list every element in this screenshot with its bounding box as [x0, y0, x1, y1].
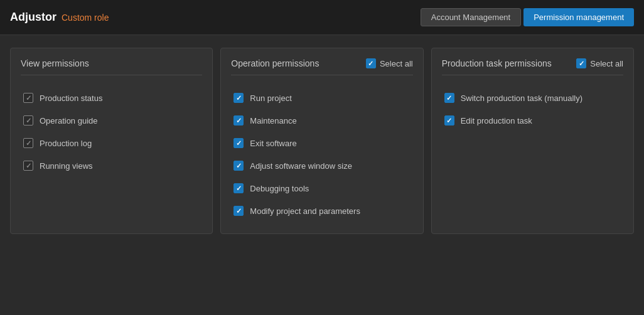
checkbox-debugging-tools[interactable]: [233, 183, 244, 193]
checkbox-item-edit-production-task[interactable]: Edit production task: [442, 110, 623, 131]
panel-operation-permissions: Operation permissionsSelect allRun proje…: [220, 48, 423, 234]
panel-header-view-permissions: View permissions: [21, 58, 202, 75]
account-management-button[interactable]: Account Management: [421, 8, 521, 26]
select-all-checkbox-production-task-permissions[interactable]: [576, 58, 586, 68]
checkbox-switch-production-task[interactable]: [444, 93, 454, 103]
checkbox-item-switch-production-task[interactable]: Switch production task (manually): [442, 88, 623, 108]
checkbox-exit-software[interactable]: [233, 138, 244, 148]
main-content: View permissionsProduction statusOperati…: [0, 35, 644, 247]
panel-production-task-permissions: Production task permissionsSelect allSwi…: [431, 48, 634, 234]
checkbox-item-maintenance[interactable]: Maintenance: [231, 110, 412, 131]
checkbox-label-production-status: Production status: [40, 93, 102, 103]
panel-view-permissions: View permissionsProduction statusOperati…: [10, 48, 213, 234]
header-left: Adjustor Custom role: [10, 11, 109, 24]
app-title: Adjustor: [10, 11, 56, 24]
checkbox-production-status[interactable]: [23, 93, 33, 103]
select-all-label-production-task-permissions: Select all: [590, 59, 623, 68]
checkbox-run-project[interactable]: [233, 93, 244, 103]
checkbox-label-maintenance: Maintenance: [250, 116, 296, 125]
panel-header-production-task-permissions: Production task permissionsSelect all: [442, 58, 623, 75]
checkbox-operation-guide[interactable]: [23, 115, 33, 125]
checkbox-item-modify-project-and-parameters[interactable]: Modify project and parameters: [231, 201, 412, 221]
panel-header-operation-permissions: Operation permissionsSelect all: [231, 58, 412, 75]
select-all-container-production-task-permissions[interactable]: Select all: [576, 58, 623, 68]
checkbox-production-log[interactable]: [23, 138, 33, 148]
checkbox-item-exit-software[interactable]: Exit software: [231, 133, 412, 153]
header: Adjustor Custom role Account Management …: [0, 0, 644, 35]
select-all-label-operation-permissions: Select all: [380, 59, 413, 68]
checkbox-edit-production-task[interactable]: [444, 115, 454, 125]
checkbox-label-modify-project-and-parameters: Modify project and parameters: [250, 206, 360, 216]
checkbox-label-production-log: Production log: [40, 139, 92, 148]
panel-title-production-task-permissions: Production task permissions: [442, 58, 552, 68]
checkbox-label-edit-production-task: Edit production task: [461, 116, 532, 125]
checkbox-item-running-views[interactable]: Running views: [21, 156, 202, 176]
checkbox-item-debugging-tools[interactable]: Debugging tools: [231, 178, 412, 198]
checkbox-item-operation-guide[interactable]: Operation guide: [21, 110, 202, 131]
checkbox-item-production-log[interactable]: Production log: [21, 133, 202, 153]
checkbox-item-run-project[interactable]: Run project: [231, 88, 412, 108]
panel-title-view-permissions: View permissions: [21, 58, 89, 68]
header-right: Account Management Permission management: [421, 8, 634, 26]
select-all-checkbox-operation-permissions[interactable]: [366, 58, 376, 68]
checkbox-running-views[interactable]: [23, 161, 33, 171]
checkbox-modify-project-and-parameters[interactable]: [233, 206, 244, 216]
role-label: Custom role: [62, 13, 109, 23]
checkbox-item-adjust-software-window-size[interactable]: Adjust software window size: [231, 156, 412, 176]
checkbox-label-switch-production-task: Switch production task (manually): [461, 93, 582, 103]
checkbox-maintenance[interactable]: [233, 115, 244, 125]
checkbox-label-exit-software: Exit software: [250, 139, 296, 148]
checkbox-label-adjust-software-window-size: Adjust software window size: [250, 161, 352, 171]
checkbox-label-running-views: Running views: [40, 161, 93, 171]
checkbox-label-operation-guide: Operation guide: [40, 116, 98, 125]
checkbox-adjust-software-window-size[interactable]: [233, 161, 244, 171]
checkbox-label-debugging-tools: Debugging tools: [250, 184, 309, 193]
panel-title-operation-permissions: Operation permissions: [231, 58, 319, 68]
select-all-container-operation-permissions[interactable]: Select all: [366, 58, 413, 68]
permission-management-button[interactable]: Permission management: [523, 8, 634, 26]
checkbox-item-production-status[interactable]: Production status: [21, 88, 202, 108]
checkbox-label-run-project: Run project: [250, 93, 291, 103]
